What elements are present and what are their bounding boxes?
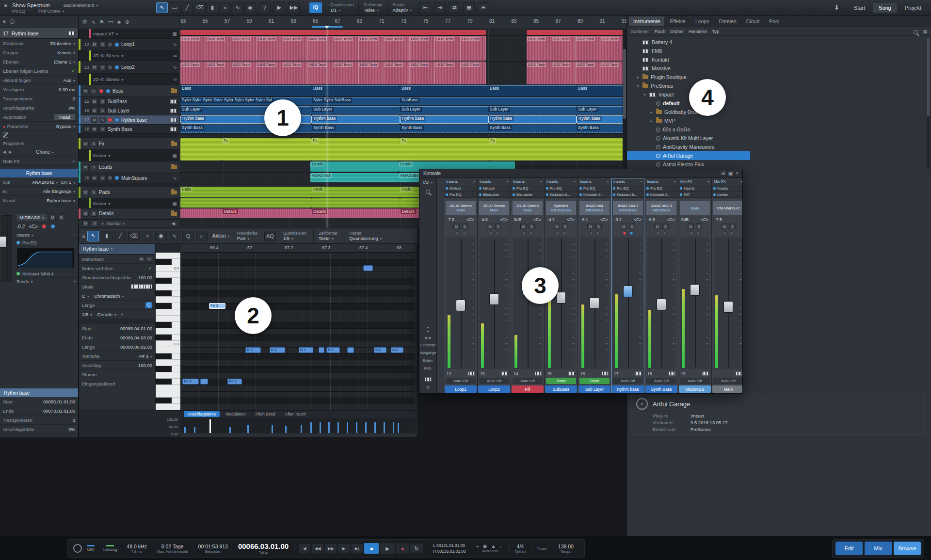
solo-button[interactable]: S [595, 224, 602, 229]
channel-output[interactable]: Main [456, 208, 465, 212]
snap-end-icon[interactable]: ⇥ [434, 2, 446, 13]
mute-button[interactable]: M [554, 224, 560, 229]
arrow-tool[interactable]: ↖ [156, 2, 168, 13]
clip-rythm-base[interactable]: Rythm base [577, 115, 625, 124]
mute-button[interactable]: M [49, 214, 56, 220]
tree-item-kontakt[interactable]: Kontakt [627, 55, 926, 64]
channel-label[interactable]: SubBass [545, 385, 577, 393]
fader-handle[interactable] [590, 297, 599, 309]
piano-key[interactable] [156, 404, 181, 410]
param-dropdown-a[interactable]: C [82, 293, 89, 299]
tree-arrow[interactable]: ▸ [649, 119, 654, 123]
tree-item-plugin-boutique[interactable]: ▸Plugin Boutique [627, 73, 926, 81]
mute-button[interactable]: M [82, 141, 89, 147]
insert-slot-pro-eq[interactable]: Pro EQ [22, 240, 37, 245]
tree-item-astral-electro-flux[interactable]: Astral Electro Flux [627, 160, 926, 169]
mute-button[interactable]: M [82, 88, 89, 94]
param-value[interactable]: 0 [73, 96, 75, 101]
piano-key[interactable] [156, 253, 181, 259]
insert-slot-kickstart-6[interactable]: Kickstart-6... [611, 192, 644, 198]
monitor-button[interactable] [462, 231, 466, 235]
insert-slot-limiter[interactable]: Limiter [712, 192, 742, 198]
monitor-button[interactable] [696, 231, 700, 235]
diamond-icon[interactable]: ◈ [117, 19, 121, 25]
sends-header[interactable]: Sends [16, 279, 33, 284]
solo-button[interactable]: S [91, 190, 97, 195]
power-icon[interactable] [613, 193, 615, 196]
mute-button[interactable]: M [91, 42, 97, 48]
tree-arrow[interactable]: ▸ [636, 75, 640, 80]
insert-slot-pro-eq[interactable]: Pro EQ [645, 185, 678, 192]
inserts-header[interactable]: Inserts+ [545, 178, 578, 185]
add-insert-button[interactable]: + [473, 179, 475, 184]
channel-name-box[interactable]: ANA2 x64MIDBASS [579, 201, 610, 215]
piano-key[interactable] [156, 303, 181, 309]
insert-slot-pro-eq[interactable]: Pro EQ [545, 185, 578, 192]
monitor-button[interactable] [663, 231, 667, 235]
record-arm-button[interactable] [589, 231, 593, 235]
io-dropdown[interactable]: I/O [423, 180, 433, 185]
velocity-bar[interactable] [229, 427, 231, 433]
channel-strip-loop2[interactable]: Inserts+MixtoolBitcrusherJD-XI StereoMai… [478, 178, 511, 393]
playhead-marker[interactable] [324, 26, 329, 29]
add-note-fx-button[interactable]: + [72, 159, 75, 164]
clip-sub-layer[interactable]: Sub Layer [577, 106, 625, 114]
editor-menu-icon[interactable]: ≡ [82, 233, 85, 240]
clip-ud2-tech[interactable]: UD2 TechUD2 TechUD2 TechUD2 Tech [527, 36, 625, 61]
velocity-bar[interactable] [374, 422, 376, 433]
velocity-bar[interactable] [272, 425, 273, 433]
inserts-header[interactable]: Inserts+ [444, 178, 477, 185]
range-icon[interactable]: ▭ [108, 19, 113, 25]
tree-item-default[interactable]: default [627, 99, 926, 108]
solo-button[interactable]: S [662, 224, 669, 229]
power-icon[interactable] [680, 187, 682, 190]
param-value[interactable]: Keines [57, 50, 75, 55]
event-value[interactable]: 00073.01.01.00 [43, 408, 75, 414]
help-tool[interactable]: ? [259, 2, 271, 13]
instrument-selector[interactable]: Impact XT [93, 31, 171, 36]
eraser-tool[interactable]: ⌫ [128, 231, 140, 241]
instrument-selector[interactable]: JD-XI Stereo [93, 53, 172, 58]
gain-value[interactable]: -7.0 [447, 217, 454, 222]
return-to-start-button[interactable]: ▶| [351, 544, 363, 553]
mute-button[interactable]: M [82, 164, 89, 170]
add-insert-button[interactable]: + [74, 233, 76, 238]
snap-start-icon[interactable]: ⇤ [419, 2, 431, 13]
clip-synth-bass[interactable]: Synth Bass [312, 125, 400, 133]
add-track-icon[interactable]: ⊕ [125, 19, 129, 25]
monitor-button[interactable] [114, 176, 119, 180]
mute-button[interactable]: M [91, 64, 97, 70]
piano-key[interactable] [156, 398, 181, 404]
piano-key[interactable] [156, 290, 181, 297]
record-arm-button[interactable] [623, 231, 626, 235]
midi-note[interactable] [363, 265, 373, 271]
tree-item-mvp[interactable]: ▸MVP [627, 116, 926, 125]
solo-button[interactable]: S [529, 224, 535, 229]
punch-icon[interactable]: ⌁ [476, 544, 479, 549]
global-solo-button[interactable]: S [92, 221, 98, 226]
fader-area[interactable] [613, 237, 642, 369]
power-icon[interactable] [646, 193, 649, 196]
quantize-button[interactable]: Q [145, 302, 152, 308]
clip-fx[interactable]: Fx [400, 138, 489, 160]
next-bar-button[interactable]: ▶ [338, 544, 350, 553]
record-button[interactable]: ● [396, 544, 409, 553]
solo-button[interactable]: S [729, 224, 736, 229]
insert-slot-fat[interactable]: FAT [678, 192, 711, 198]
insert-slot-pro-eq[interactable]: Pro EQ [511, 185, 544, 192]
power-icon[interactable] [613, 187, 615, 190]
clip-sub-layer[interactable]: Sub Layer [400, 106, 488, 114]
track-row-subbass[interactable]: 15MSSubBass [79, 97, 179, 106]
aq-toggle[interactable]: AQ [264, 231, 276, 241]
solo-button[interactable]: S [91, 141, 97, 147]
insert-slot-pro-eq[interactable]: Pro EQ [444, 192, 477, 198]
solo-button[interactable]: S [629, 224, 635, 229]
channel-name-box[interactable]: Sylenth1KICK&SUB [546, 201, 576, 215]
channel-selector[interactable]: MIDBASS [16, 214, 47, 221]
gain-value[interactable]: -6.6 [648, 217, 655, 222]
channel-strip-rythm-base[interactable]: Inserts+Pro EQKickstart-6...ANA2 x64 2MI… [611, 178, 644, 393]
piano-key[interactable] [156, 372, 181, 379]
velocity-tab-after-touch[interactable]: After Touch [281, 411, 310, 417]
inspector-menu-icon[interactable]: ≡ [3, 19, 6, 24]
insert-slot-bitcrusher[interactable]: Bitcrusher [511, 192, 544, 198]
